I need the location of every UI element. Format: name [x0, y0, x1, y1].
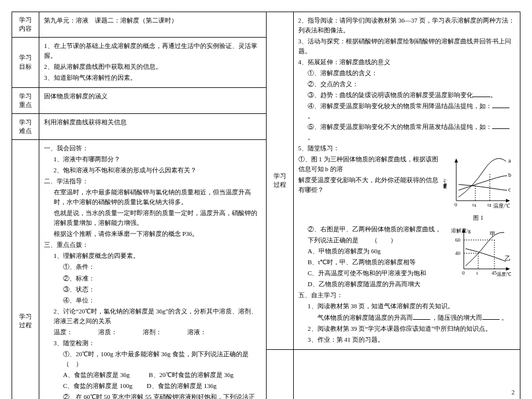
- cell-content: 第九单元：溶液 课题二：溶解度（第二课时）: [39, 12, 266, 37]
- y-label: 溶解度/g: [444, 179, 448, 189]
- p3: 根据这个推断，请你来琢磨一下溶解度的概念 P36。: [44, 229, 261, 239]
- t2: ②、在 60℃时 50 克水中溶解 55 克硝酸钾溶液刚好饱和，下列说法正确的是…: [44, 392, 261, 399]
- q2: 2、饱和溶液与不饱和溶液的形成与什么因素有关？: [44, 165, 261, 175]
- oD: D、乙物质的溶解度随温度的升高而增大: [298, 279, 516, 289]
- lbl-a: a: [508, 157, 511, 164]
- p6: 3、随堂检测：: [44, 338, 261, 348]
- t1: ①、20℃时，100g 水中最多能溶解 36g 食盐，则下列说法正确的是（ ）: [44, 349, 261, 369]
- figure-2: 溶解度/g 60 40 甲 乙 0 t 45 温度/℃: [449, 226, 513, 280]
- blank: [492, 123, 509, 130]
- t1: t₁: [472, 202, 476, 208]
- i3: ③、状态：: [44, 285, 261, 294]
- yi: 乙: [505, 255, 511, 261]
- oC: C、食盐的溶解度是 100g D、食盐的溶解度是 136g: [44, 381, 261, 391]
- s2b: ，随压强的增大而: [431, 314, 482, 321]
- label-process-right: 学习过程: [267, 12, 294, 349]
- row-difficulty: 学习难点 利用溶解度曲线获得相关信息: [12, 114, 266, 140]
- svg-marker-2: [455, 158, 458, 162]
- svg-marker-3: [506, 199, 510, 202]
- i3: ③、趋势：曲线的陡缓说明该物质的溶解度受温度影响变化。: [298, 90, 516, 100]
- row-process-left: 学习过程 一、我会回答： 1、溶液中有哪两部分？ 2、饱和溶液与不饱和溶液的形成…: [12, 140, 266, 399]
- fig1-caption: 图 1: [444, 213, 513, 223]
- t2: t₂: [487, 202, 492, 208]
- page-number: 2: [512, 389, 515, 396]
- origin2: 0: [462, 270, 465, 276]
- sec1-h: 一、我会回答：: [44, 143, 261, 153]
- y60: 60: [455, 237, 461, 243]
- xt: t: [476, 270, 478, 276]
- row-content: 学习内容 第九单元：溶液 课题二：溶解度（第二课时）: [12, 12, 266, 38]
- p5b: 温度： 溶质： 溶剂： 溶液：: [44, 327, 261, 337]
- row-goals: 学习目标 1、在上节课的基础上生成溶解度的概念，再通过生活中的实例验证、灵活掌握…: [12, 38, 266, 88]
- p5a: 2、讨论“20℃时，氯化钠的溶解度是 36g”的含义，分析其中溶质、溶剂、溶液三…: [44, 306, 261, 326]
- label-reflection: 反思: [267, 350, 294, 399]
- cell-reflection: [294, 350, 520, 399]
- row-reflection: 反思: [267, 350, 520, 399]
- s1: 1、阅读教材第 38 页，知道气体溶解度的有关知识。: [298, 301, 516, 311]
- lbl-c: c: [508, 186, 511, 193]
- sec3-h: 三、重点点拨：: [44, 240, 261, 250]
- i1: ①、条件：: [44, 262, 261, 272]
- goal-2: 2、能从溶解度曲线图中获取相关的信息。: [44, 62, 261, 72]
- label-content: 学习内容: [12, 12, 39, 37]
- cell-process-right: 2、指导阅读：请同学们阅读教材第 36—37 页，学习表示溶解度的两种方法：列表…: [294, 12, 520, 349]
- s3: 2、阅读教材第 39 页“学完本课题你应该知道”中所归纳的知识点。: [298, 324, 516, 334]
- s2: 气体物质的溶解度随温度的升高而 ，随压强的增大而 。: [298, 313, 516, 323]
- p2: 也就是说，当水的质量一定时即溶剂的质量一定时，温度升高，硝酸钾的溶解质量增加，溶…: [44, 208, 261, 228]
- jia: 甲: [490, 231, 496, 237]
- figure-1: 溶解度/g a b c 0 t₁ t₂ 温度/℃ 图 1: [444, 156, 513, 223]
- i5t: ⑤、溶解度受温度影响变化不大的物质常用蒸发结晶法提纯，如：: [308, 123, 492, 130]
- i5: ⑤、溶解度受温度影响变化不大的物质常用蒸发结晶法提纯，如：。: [298, 122, 516, 142]
- sec2-h: 二、学法指导：: [44, 176, 261, 186]
- goal-1: 1、在上节课的基础上生成溶解度的概念，再通过生活中的实例验证、灵活掌握。: [44, 41, 261, 61]
- cell-keypoint: 固体物质溶解度的涵义: [39, 88, 266, 113]
- s2c: 。: [501, 314, 508, 321]
- i1: ①、溶解度曲线的含义：: [298, 68, 516, 78]
- row-process-right: 学习过程 2、指导阅读：请同学们阅读教材第 36—37 页，学习表示溶解度的两种…: [267, 12, 520, 350]
- oA: A、食盐的溶解度是 36g B、20℃时食盐的溶解度是 36g: [44, 370, 261, 380]
- blank: [492, 102, 509, 108]
- label-process-left: 学习过程: [12, 140, 39, 399]
- worksheet-page: 学习内容 第九单元：溶液 课题二：溶解度（第二课时） 学习目标 1、在上节课的基…: [12, 12, 520, 399]
- l1: 2、指导阅读：请同学们阅读教材第 36—37 页，学习表示溶解度的两种方法：列表…: [298, 16, 516, 35]
- blank: [413, 313, 430, 320]
- blank: [482, 313, 500, 320]
- x-label: 温度/℃: [493, 203, 510, 209]
- y40: 40: [455, 250, 461, 256]
- p1: 在室温时，水中最多能溶解硝酸钾与氯化钠的质量相近，但当温度升高时，水中溶解的硝酸…: [44, 187, 261, 207]
- i2: ②、标准：: [44, 274, 261, 283]
- svg-marker-9: [506, 267, 510, 271]
- blank: [473, 91, 490, 97]
- text: 第九单元：溶液 课题二：溶解度（第二课时）: [44, 16, 261, 25]
- left-column: 学习内容 第九单元：溶液 课题二：溶解度（第二课时） 学习目标 1、在上节课的基…: [12, 12, 267, 399]
- i4t: ④、溶解度受温度影响变化较大的物质常用降温结晶法提纯，如：: [308, 102, 492, 109]
- q1: 1、溶液中有哪两部分？: [44, 154, 261, 164]
- chart-1-svg: 溶解度/g a b c 0 t₁ t₂ 温度/℃: [444, 156, 513, 210]
- i4: ④、单位：: [44, 295, 261, 305]
- p4: 1、理解溶解度概念的四要素。: [44, 251, 261, 261]
- label-goals: 学习目标: [12, 38, 39, 87]
- y-label-2: 溶解度/g: [451, 228, 471, 234]
- text: 利用溶解度曲线获得相关信息: [44, 117, 261, 127]
- l4: 5、随堂练习：: [298, 143, 516, 153]
- x-label-2: 温度/℃: [497, 272, 511, 277]
- origin: 0: [455, 202, 457, 208]
- label-difficulty: 学习难点: [12, 114, 39, 139]
- text: 固体物质溶解度的涵义: [44, 91, 261, 101]
- cell-process-left: 一、我会回答： 1、溶液中有哪两部分？ 2、饱和溶液与不饱和溶液的形成与什么因素…: [39, 140, 266, 399]
- l2: 3、活动与探究：根据硝酸钾的溶解度绘制硝酸钾的溶解度曲线并回答书上问题。: [298, 36, 516, 56]
- h5: 五、自主学习：: [298, 290, 516, 300]
- s4: 3、作业：第 41 页的习题。: [298, 335, 516, 345]
- cell-goals: 1、在上节课的基础上生成溶解度的概念，再通过生活中的实例验证、灵活掌握。 2、能…: [39, 38, 266, 87]
- s2a: 气体物质的溶解度随温度的升高而: [317, 314, 413, 321]
- lbl-b: b: [508, 172, 511, 178]
- row-keypoint: 学习重点 固体物质溶解度的涵义: [12, 88, 266, 114]
- goal-3: 3、知道影响气体溶解性的因素。: [44, 73, 261, 83]
- i3t: ③、趋势：曲线的陡缓说明该物质的溶解度受温度影响变化: [308, 91, 473, 98]
- i2: ②、交点的含义：: [298, 79, 516, 89]
- i4: ④、溶解度受温度影响变化较大的物质常用降温结晶法提纯，如：。: [298, 101, 516, 121]
- chart-2-svg: 溶解度/g 60 40 甲 乙 0 t 45 温度/℃: [449, 226, 513, 278]
- l3: 4、拓展延伸：溶解度曲线的意义: [298, 57, 516, 67]
- right-column: 学习过程 2、指导阅读：请同学们阅读教材第 36—37 页，学习表示溶解度的两种…: [267, 12, 520, 399]
- label-keypoint: 学习重点: [12, 88, 39, 113]
